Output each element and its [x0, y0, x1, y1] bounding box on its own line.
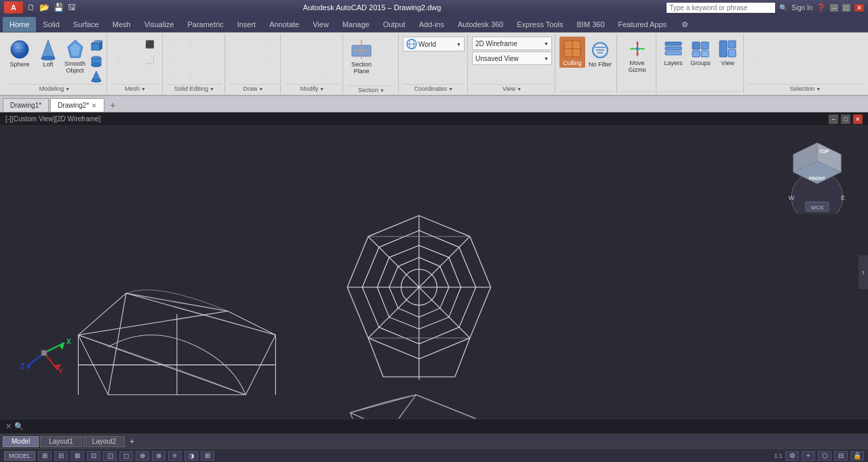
- tab-solid[interactable]: Solid: [36, 17, 66, 32]
- tab-visualize[interactable]: Visualize: [138, 17, 181, 32]
- se-btn-3[interactable]: ◓: [167, 68, 182, 83]
- grid-btn[interactable]: ⊞: [38, 451, 52, 461]
- coord-btn1[interactable]: ⊕: [403, 52, 418, 67]
- snap-btn[interactable]: ⊟: [54, 451, 68, 461]
- se-btn-4[interactable]: ⬤: [182, 37, 197, 51]
- tab-close-icon[interactable]: ✕: [92, 102, 97, 109]
- file-tab-drawing2[interactable]: Drawing2* ✕: [50, 98, 104, 112]
- modeling-group-label[interactable]: Modeling ▼: [5, 84, 104, 92]
- mesh-btn-2[interactable]: ⬢: [111, 52, 126, 67]
- se-btn-6[interactable]: ◼: [182, 68, 197, 83]
- transparency-btn[interactable]: ◑: [184, 451, 198, 461]
- tab-annotate[interactable]: Annotate: [262, 17, 306, 32]
- cmd-icon-2[interactable]: 🔍: [14, 421, 24, 432]
- se-btn-7[interactable]: ⌺: [198, 37, 213, 51]
- model-status-btn[interactable]: MODEL: [4, 451, 35, 461]
- viewport-close-button[interactable]: ✕: [853, 114, 863, 124]
- view-ctrl-5[interactable]: ◻: [537, 68, 552, 83]
- mod-scale[interactable]: ⤢: [316, 37, 331, 51]
- layout-tab-layout2[interactable]: Layout2: [83, 436, 125, 447]
- mod-mirror[interactable]: ⊟: [300, 52, 315, 67]
- section-btn1[interactable]: ⊠: [377, 38, 392, 53]
- groups-button[interactable]: Groups: [688, 37, 713, 68]
- viewport-restore-button[interactable]: □: [841, 114, 850, 124]
- modify-group-label[interactable]: Modify ▼: [285, 84, 340, 92]
- layout-tab-layout1[interactable]: Layout1: [40, 436, 82, 447]
- tab-surface[interactable]: Surface: [66, 17, 106, 32]
- section-plane-button[interactable]: SectionPlane: [347, 37, 376, 76]
- tab-view[interactable]: View: [306, 17, 336, 32]
- mesh-btn-8[interactable]: ⬜: [142, 52, 157, 67]
- coordinates-group-label[interactable]: Coordinates ▼: [403, 84, 465, 92]
- draw-hatch[interactable]: ▦: [260, 37, 275, 51]
- view-ribbon-button[interactable]: View: [715, 37, 741, 68]
- mod-copy[interactable]: ⎘: [300, 37, 315, 51]
- draw-group-label[interactable]: Draw ▼: [229, 84, 277, 92]
- view-group-label[interactable]: View ▼: [472, 84, 552, 92]
- box-button[interactable]: [89, 38, 104, 53]
- loft-button[interactable]: Loft: [35, 37, 61, 69]
- section-btn3[interactable]: ⊟: [377, 70, 392, 85]
- right-panel-arrow[interactable]: ›: [859, 255, 868, 289]
- sign-in-button[interactable]: Sign In: [791, 4, 812, 12]
- new-tab-button[interactable]: +: [106, 98, 119, 112]
- view-2d-wireframe-dropdown[interactable]: 2D Wireframe ▼: [472, 37, 552, 50]
- panels-btn[interactable]: ⊟: [834, 451, 848, 461]
- autocad-logo[interactable]: A: [4, 1, 23, 14]
- tab-home[interactable]: Home: [3, 17, 36, 32]
- unsaved-view-dropdown[interactable]: Unsaved View ▼: [472, 51, 552, 65]
- settings-btn[interactable]: ⚙: [785, 451, 799, 461]
- obj-snap-btn[interactable]: ◫: [103, 451, 117, 461]
- maximize-button[interactable]: □: [842, 4, 850, 12]
- help-icon[interactable]: ❓: [816, 3, 826, 12]
- dyn-input-btn[interactable]: ⊗: [152, 451, 165, 461]
- minimize-button[interactable]: –: [830, 4, 838, 12]
- cylinder-button[interactable]: [89, 54, 104, 68]
- draw-arc[interactable]: ◜: [229, 52, 244, 67]
- draw-xline[interactable]: ⊕: [260, 52, 275, 67]
- view-ctrl-3[interactable]: ⊠: [505, 68, 519, 83]
- smooth-object-button[interactable]: SmoothObject: [62, 37, 87, 76]
- mod-erase[interactable]: ⌫: [316, 68, 331, 83]
- sel-btn1[interactable]: ⊞: [748, 37, 763, 51]
- mesh-btn-7[interactable]: ⬛: [142, 37, 157, 51]
- draw-spline[interactable]: 〜: [245, 52, 260, 67]
- annotate-scale-btn[interactable]: +: [802, 451, 815, 461]
- workspace-switch-btn[interactable]: ⬡: [818, 451, 831, 461]
- cmd-icon-1[interactable]: ✕: [3, 421, 14, 432]
- tab-parametric[interactable]: Parametric: [180, 17, 230, 32]
- tab-mesh[interactable]: Mesh: [106, 17, 138, 32]
- tab-express[interactable]: Express Tools: [510, 17, 570, 32]
- tab-addins[interactable]: Add-ins: [412, 17, 451, 32]
- mod-rotate[interactable]: ↻: [285, 52, 300, 67]
- draw-rect[interactable]: ▭: [245, 37, 260, 51]
- se-btn-2[interactable]: ◒: [167, 52, 182, 67]
- lock-btn[interactable]: 🔒: [850, 451, 864, 461]
- mod-trim[interactable]: ✂: [285, 68, 300, 83]
- add-layout-button[interactable]: +: [126, 436, 137, 447]
- command-input[interactable]: [27, 423, 865, 430]
- view-cube[interactable]: N E S W FRONT TOP WCS: [787, 140, 848, 214]
- solid-editing-label[interactable]: Solid Editing ▼: [167, 84, 222, 92]
- tab-manage[interactable]: Manage: [336, 17, 376, 32]
- tab-insert[interactable]: Insert: [231, 17, 263, 32]
- mesh-btn-4[interactable]: ◫: [127, 37, 142, 51]
- sel-btn3[interactable]: ⊟: [748, 68, 763, 83]
- tab-featured-apps[interactable]: Featured Apps: [612, 17, 674, 32]
- tab-output[interactable]: Output: [376, 17, 412, 32]
- cone-button[interactable]: [89, 69, 104, 84]
- draw-line[interactable]: ╱: [229, 37, 244, 51]
- culling-button[interactable]: Culling: [559, 37, 585, 68]
- section-btn2[interactable]: ◫: [377, 54, 392, 69]
- draw-polygon[interactable]: ⬡: [245, 68, 260, 83]
- sphere-button[interactable]: Sphere: [5, 37, 34, 69]
- mod-move[interactable]: ✛: [285, 37, 300, 51]
- se-btn-1[interactable]: ◑: [167, 37, 182, 51]
- file-tab-drawing1[interactable]: Drawing1*: [3, 98, 49, 112]
- ortho-btn[interactable]: ⊠: [71, 451, 84, 461]
- layout-tab-model[interactable]: Model: [3, 436, 39, 447]
- se-btn-9[interactable]: ⌼: [198, 68, 213, 83]
- selection-group-label[interactable]: Selection ▼: [748, 84, 863, 92]
- mod-fillet[interactable]: ◿: [300, 68, 315, 83]
- layers-button[interactable]: Layers: [660, 37, 686, 68]
